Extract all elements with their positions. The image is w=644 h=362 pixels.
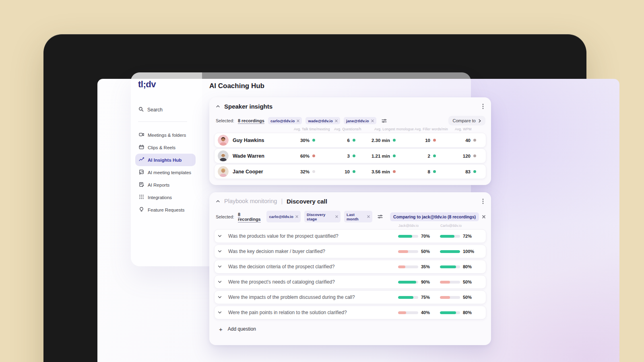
selected-recordings-link[interactable]: 8 recordings	[238, 118, 264, 123]
collapse-section-button[interactable]	[216, 105, 220, 108]
playbook-header: Playbook monitoring | Discovery call	[216, 197, 485, 205]
status-dot	[353, 170, 355, 173]
progress-bar-fill	[440, 281, 450, 284]
avatar	[218, 166, 229, 177]
question-row[interactable]: Was the key decision maker / buyer clari…	[214, 245, 486, 258]
chevron-down-icon[interactable]	[218, 311, 228, 314]
metric-value: 60%	[289, 154, 310, 158]
sidebar-item-feature-requests[interactable]: Feature Requests	[135, 204, 196, 216]
sidebar-item-meetings-folders[interactable]: Meetings & folders	[135, 129, 196, 141]
progress-bar-fill	[398, 296, 413, 299]
table-row[interactable]: Guy Hawkins30%62.30 min1040	[214, 133, 486, 148]
question-text: Were the impacts of the problem discusse…	[228, 294, 398, 300]
chevron-down-icon[interactable]	[218, 280, 228, 284]
filter-chip[interactable]: Last month	[344, 211, 372, 222]
metric-cell: 40	[450, 138, 490, 143]
speaker-cell: Guy Hawkins	[218, 135, 289, 146]
metric-value: 32%	[289, 169, 310, 174]
close-icon[interactable]	[335, 215, 338, 218]
filter-chip[interactable]: carlo@tldv.io	[266, 211, 301, 222]
question-text: Was the key decision maker / buyer clari…	[228, 249, 398, 254]
score-label: 80%	[463, 310, 472, 315]
question-row[interactable]: Were the prospect's needs of cataloging …	[214, 275, 486, 289]
metric-cell: 1.21 min	[369, 154, 409, 158]
progress-bar	[398, 296, 418, 299]
metric-value: 6	[329, 138, 350, 143]
close-icon[interactable]	[295, 215, 298, 218]
filter-chip[interactable]: carlo@tldv.io	[268, 117, 302, 124]
status-dot	[393, 170, 396, 173]
question-row[interactable]: Were the impacts of the problem discusse…	[214, 290, 486, 304]
progress-bar	[398, 311, 418, 314]
score-cell: 90%	[398, 280, 440, 284]
table-row[interactable]: Wade Warren60%31.21 min2120	[214, 148, 486, 163]
comparing-badge[interactable]: Comparing to jack@tldv.io (8 recordings)	[390, 212, 485, 221]
close-icon[interactable]	[371, 119, 374, 122]
filter-chip[interactable]: wade@tldv.io	[305, 117, 340, 124]
score-label: 75%	[421, 295, 430, 300]
add-question-button[interactable]: + Add question	[214, 322, 486, 336]
filter-chips: carlo@tldv.iowade@tldv.iojane@tldv.io	[268, 117, 376, 124]
chevron-down-icon[interactable]	[218, 265, 228, 268]
chevron-down-icon[interactable]	[218, 234, 228, 238]
tldv-logo: tl;dv	[138, 79, 156, 90]
metric-cell: 6	[329, 138, 369, 143]
search-button[interactable]: Search	[138, 107, 163, 113]
progress-bar-fill	[398, 281, 416, 284]
metric-cell: 3.56 min	[369, 169, 409, 174]
score-label: 40%	[421, 310, 430, 315]
more-options-button[interactable]	[481, 197, 486, 205]
more-options-button[interactable]	[481, 103, 486, 110]
title-separator: |	[281, 198, 283, 204]
comparison-column-header: Carlo@tldv.io	[440, 224, 462, 228]
question-row[interactable]: Was the decision criteria of the prospec…	[214, 260, 486, 274]
close-icon[interactable]	[482, 215, 485, 218]
status-dot	[312, 139, 315, 142]
close-icon[interactable]	[367, 215, 370, 218]
column-header: Avg. Questions/h	[328, 127, 369, 131]
sidebar-item-integrations[interactable]: Integrations	[135, 191, 196, 204]
chevron-down-icon[interactable]	[218, 296, 228, 299]
selected-recordings-link[interactable]: 8 recordings	[238, 212, 263, 222]
comparison-column-header: Jack@tldv.io	[398, 224, 419, 228]
sidebar-item-label: Meetings & folders	[148, 133, 186, 138]
compare-to-button[interactable]: Compare to	[448, 116, 485, 125]
progress-bar	[440, 281, 460, 284]
sidebar-item-label: AI Reports	[148, 183, 169, 187]
metric-value: 3.56 min	[369, 169, 390, 174]
add-question-label: Add question	[228, 326, 256, 332]
speaker-cell: Jane Cooper	[218, 166, 289, 177]
question-row[interactable]: Were the pain points in relation to the …	[214, 306, 486, 319]
sidebar-item-label: Feature Requests	[148, 208, 184, 212]
chevron-down-icon[interactable]	[218, 250, 228, 253]
close-icon[interactable]	[335, 119, 338, 122]
close-icon[interactable]	[297, 119, 299, 122]
question-row[interactable]: Was the products value for the prospect …	[214, 229, 486, 243]
sidebar-item-ai-insights-hub[interactable]: AI Insights Hub	[135, 154, 196, 166]
question-list: Was the products value for the prospect …	[214, 229, 486, 321]
filter-chip[interactable]: jane@tldv.io	[344, 117, 376, 124]
filter-chip[interactable]: Discovery stage	[304, 211, 341, 222]
table-row[interactable]: Jane Cooper32%103.56 min883	[214, 164, 486, 179]
progress-bar-fill	[398, 311, 406, 314]
collapse-section-button[interactable]	[216, 200, 220, 203]
sidebar-item-ai-reports[interactable]: AI Reports	[135, 179, 196, 191]
question-text: Were the prospect's needs of cataloging …	[228, 279, 398, 285]
filter-icon[interactable]	[382, 119, 387, 123]
metric-value: 10	[409, 138, 430, 143]
progress-bar-fill	[398, 265, 405, 268]
metric-cell: 2	[409, 154, 450, 158]
selected-label: Selected:	[216, 214, 234, 219]
metric-cell: 120	[450, 154, 490, 158]
sidebar-item-ai-meeting-templates[interactable]: AI meeting templates	[135, 166, 196, 179]
status-dot	[433, 139, 436, 142]
progress-bar	[440, 250, 460, 253]
status-dot	[473, 139, 476, 142]
sidebar-item-clips-reels[interactable]: Clips & Reels	[135, 141, 196, 154]
status-dot	[473, 154, 476, 157]
metric-value: 1.21 min	[369, 154, 390, 158]
sidebar-item-label: AI Insights Hub	[148, 158, 182, 162]
filter-icon[interactable]	[378, 214, 383, 219]
marketing-scene: tl;dv Search Meetings & foldersClips & R…	[0, 0, 644, 362]
table-column-headers: Avg. Talk time/meetingAvg. Questions/hAv…	[214, 127, 486, 131]
